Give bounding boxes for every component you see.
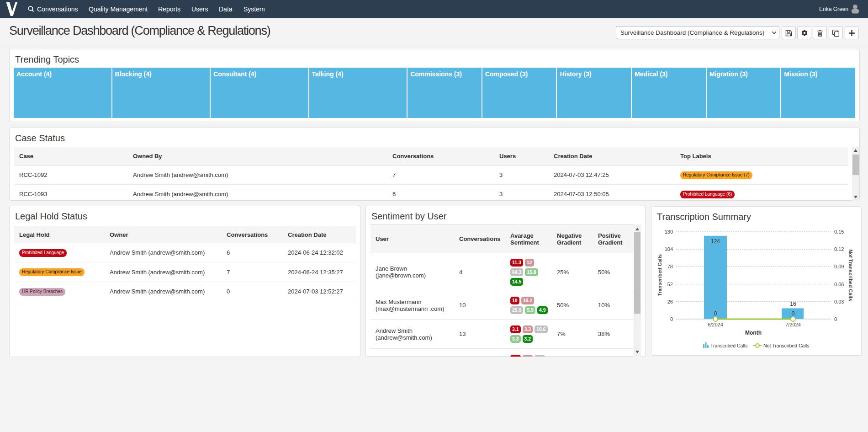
svg-text:0.09: 0.09 xyxy=(834,264,844,269)
svg-text:0: 0 xyxy=(670,316,673,322)
svg-text:0: 0 xyxy=(834,316,837,322)
svg-text:0.15: 0.15 xyxy=(834,229,844,235)
svg-text:Month: Month xyxy=(745,330,762,336)
svg-text:Not Transcribed Calls: Not Transcribed Calls xyxy=(763,343,809,348)
svg-text:104: 104 xyxy=(665,246,673,252)
svg-text:0: 0 xyxy=(792,310,795,317)
svg-text:78: 78 xyxy=(667,264,673,269)
svg-text:0.06: 0.06 xyxy=(834,282,844,287)
svg-text:124: 124 xyxy=(711,238,720,245)
svg-text:52: 52 xyxy=(667,282,673,287)
svg-text:Not Transcribed Calls: Not Transcribed Calls xyxy=(848,249,853,301)
svg-text:0: 0 xyxy=(714,310,717,317)
svg-text:130: 130 xyxy=(665,229,673,235)
svg-text:16: 16 xyxy=(790,301,796,307)
svg-text:6/2024: 6/2024 xyxy=(708,322,723,327)
svg-text:0.12: 0.12 xyxy=(834,246,844,252)
svg-text:26: 26 xyxy=(667,299,673,304)
svg-text:0.03: 0.03 xyxy=(834,299,844,304)
svg-text:Transcribed Calls: Transcribed Calls xyxy=(657,254,662,296)
svg-text:Transcribed Calls: Transcribed Calls xyxy=(710,343,747,348)
svg-text:7/2024: 7/2024 xyxy=(785,322,801,327)
